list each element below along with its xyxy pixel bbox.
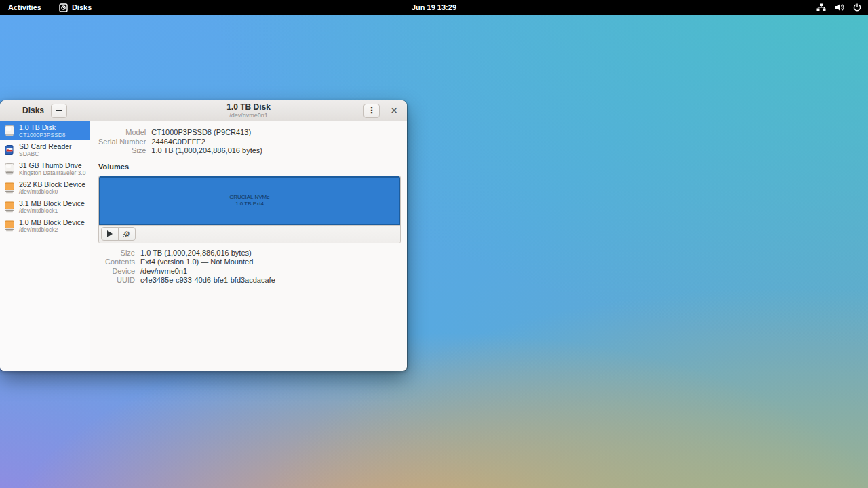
- sidebar-item-subtitle: /dev/mtdblock0: [19, 188, 85, 195]
- window-title-box: 1.0 TB Disk /dev/nvme0n1: [90, 103, 407, 119]
- volume-segment-selected[interactable]: CRUCIAL NVMe 1.0 TB Ext4: [99, 176, 400, 225]
- detail-label: Size: [98, 146, 151, 156]
- sidebar-item-title: 1.0 TB Disk: [19, 124, 66, 131]
- detail-value: 24464C0DFFE2: [151, 138, 262, 147]
- block-device-icon: [3, 201, 16, 213]
- hamburger-icon: [56, 108, 62, 114]
- sidebar-item-title: 3.1 MB Block Device: [19, 200, 85, 207]
- sidebar-item-title: 262 KB Block Device: [19, 181, 85, 188]
- disk-icon: [3, 125, 16, 137]
- drive-menu-button[interactable]: ⋮: [363, 104, 380, 118]
- partition-options-button[interactable]: ⚙: [118, 227, 136, 241]
- close-icon: ✕: [390, 105, 398, 116]
- detail-label: Contents: [98, 258, 140, 267]
- detail-row-uuid: UUID c4e3485e-c933-40d6-bfe1-bfd3acdacaf…: [98, 276, 275, 285]
- detail-label: Serial Number: [98, 138, 151, 147]
- headerbar[interactable]: Disks 1.0 TB Disk /dev/nvme0n1 ⋮ ✕: [0, 100, 407, 121]
- disks-window: Disks 1.0 TB Disk /dev/nvme0n1 ⋮ ✕: [0, 100, 407, 371]
- desktop-background: Disks 1.0 TB Disk /dev/nvme0n1 ⋮ ✕: [0, 15, 868, 488]
- volume-size-label: 1.0 TB Ext4: [235, 201, 264, 207]
- detail-row-model: Model CT1000P3PSSD8 (P9CR413): [98, 128, 262, 138]
- sidebar-item-title: SD Card Reader: [19, 143, 72, 150]
- window-title: 1.0 TB Disk: [90, 103, 407, 112]
- detail-label: Model: [98, 128, 151, 138]
- mount-button[interactable]: [101, 227, 119, 241]
- sidebar-item-sd-card-reader[interactable]: SD Card Reader SDABC: [0, 140, 90, 159]
- volumes-widget: CRUCIAL NVMe 1.0 TB Ext4 ⚙: [98, 176, 401, 243]
- volume-toolbar: ⚙: [99, 225, 400, 243]
- block-device-icon: [3, 220, 16, 232]
- sidebar-item-mtdblock0[interactable]: 262 KB Block Device /dev/mtdblock0: [0, 178, 90, 197]
- detail-row-contents: Contents Ext4 (version 1.0) — Not Mounte…: [98, 258, 275, 267]
- sidebar-item-subtitle: /dev/mtdblock2: [19, 226, 85, 233]
- detail-row-volume-size: Size 1.0 TB (1,000,204,886,016 bytes): [98, 249, 275, 258]
- app-menu-button[interactable]: [51, 104, 67, 118]
- volume-name-label: CRUCIAL NVMe: [229, 194, 269, 201]
- drive-details: Model CT1000P3PSSD8 (P9CR413) Serial Num…: [98, 128, 262, 156]
- detail-row-serial: Serial Number 24464C0DFFE2: [98, 138, 262, 147]
- sidebar-item-subtitle: /dev/mtdblock1: [19, 207, 85, 214]
- detail-label: UUID: [98, 276, 140, 285]
- volume-icon: [835, 3, 844, 12]
- network-icon: [816, 3, 826, 12]
- power-icon: [853, 3, 861, 12]
- detail-row-device: Device /dev/nvme0n1: [98, 267, 275, 277]
- sidebar-item-mtdblock2[interactable]: 1.0 MB Block Device /dev/mtdblock2: [0, 216, 90, 235]
- sidebar-item-title: 31 GB Thumb Drive: [19, 162, 85, 169]
- detail-value: c4e3485e-c933-40d6-bfe1-bfd3acdacafe: [140, 276, 275, 285]
- focused-app-menu[interactable]: Disks: [59, 3, 92, 12]
- sidebar-item-mtdblock1[interactable]: 3.1 MB Block Device /dev/mtdblock1: [0, 197, 90, 216]
- activities-button[interactable]: Activities: [8, 3, 41, 12]
- device-sidebar: 1.0 TB Disk CT1000P3PSSD8 SD Card Reader…: [0, 121, 90, 371]
- detail-value: Ext4 (version 1.0) — Not Mounted: [140, 258, 275, 267]
- sidebar-item-subtitle: SDABC: [19, 150, 72, 157]
- sidebar-item-nvme-disk[interactable]: 1.0 TB Disk CT1000P3PSSD8: [0, 121, 90, 140]
- top-bar: Activities Disks Jun 19 13:29: [0, 0, 868, 15]
- detail-label: Device: [98, 267, 140, 277]
- sidebar-item-subtitle: Kingston DataTraveler 3.0: [19, 169, 85, 176]
- sidebar-item-title: 1.0 MB Block Device: [19, 219, 85, 226]
- sidebar-item-thumb-drive[interactable]: 31 GB Thumb Drive Kingston DataTraveler …: [0, 159, 90, 178]
- detail-row-size: Size 1.0 TB (1,000,204,886,016 bytes): [98, 146, 262, 156]
- detail-value: 1.0 TB (1,000,204,886,016 bytes): [140, 249, 275, 258]
- focused-app-label: Disks: [72, 3, 92, 12]
- sidebar-item-subtitle: CT1000P3PSSD8: [19, 131, 66, 138]
- gear-icon: ⚙: [123, 230, 130, 238]
- volume-details: Size 1.0 TB (1,000,204,886,016 bytes) Co…: [98, 249, 275, 285]
- thumb-drive-icon: [3, 163, 16, 175]
- close-button[interactable]: ✕: [388, 104, 400, 117]
- system-status-area[interactable]: [816, 0, 861, 15]
- detail-value: 1.0 TB (1,000,204,886,016 bytes): [151, 146, 262, 156]
- sidebar-headerbar: Disks: [0, 100, 90, 121]
- vertical-ellipsis-icon: ⋮: [368, 106, 376, 115]
- detail-label: Size: [98, 249, 140, 258]
- detail-value: /dev/nvme0n1: [140, 267, 275, 277]
- clock[interactable]: Jun 19 13:29: [0, 3, 868, 12]
- volumes-heading: Volumes: [98, 163, 401, 171]
- sd-card-icon: [3, 144, 16, 156]
- sidebar-header-title: Disks: [22, 106, 44, 115]
- disks-app-icon: [59, 3, 68, 12]
- drive-detail-pane: Model CT1000P3PSSD8 (P9CR413) Serial Num…: [90, 121, 407, 371]
- play-icon: [107, 230, 113, 237]
- window-subtitle: /dev/nvme0n1: [90, 112, 407, 119]
- main-headerbar: 1.0 TB Disk /dev/nvme0n1 ⋮ ✕: [90, 100, 407, 121]
- detail-value: CT1000P3PSSD8 (P9CR413): [151, 128, 262, 138]
- block-device-icon: [3, 182, 16, 194]
